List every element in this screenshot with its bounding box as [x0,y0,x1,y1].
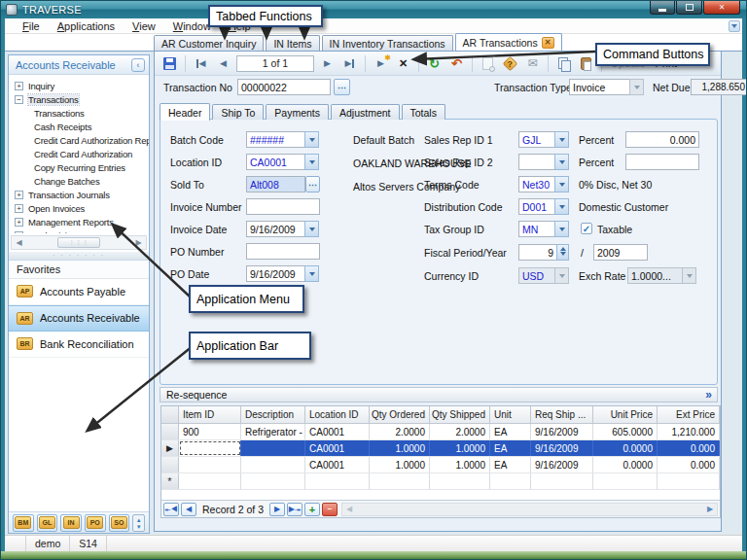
table-cell[interactable] [241,473,305,489]
scroll-right-icon[interactable]: ▶ [703,505,717,513]
form-tab[interactable]: Ship To [212,104,264,120]
po-date-picker[interactable]: 9/16/2009 [246,265,319,282]
tree-expand-icon[interactable]: + [15,218,23,227]
next-row-button[interactable]: ▶ [269,503,285,516]
location-id-select[interactable]: CA0001 [246,154,319,170]
form-tab[interactable]: Header [160,103,210,121]
sales-rep2-select[interactable] [518,154,569,170]
panel-splitter[interactable]: · · · · · · · [9,252,149,260]
table-cell[interactable] [370,473,430,489]
tree-expand-icon[interactable]: + [15,82,23,90]
table-cell[interactable]: 2.0000 [430,424,490,439]
save-button[interactable] [160,54,179,73]
table-cell[interactable]: 9/16/2009 [531,424,593,439]
application-bar-item[interactable]: BR Bank Reconciliation [9,332,149,358]
invoice-date-picker[interactable]: 9/16/2009 [246,221,319,237]
new-record-button[interactable]: ▶✱ [372,54,390,73]
minimize-button[interactable] [650,1,675,15]
email-button[interactable]: ✉ [523,54,542,73]
table-cell[interactable] [179,457,241,472]
menu-item[interactable]: File [15,19,48,33]
table-cell[interactable]: 0.0000 [593,457,658,472]
chevron-down-icon[interactable] [554,154,569,170]
row-selector[interactable] [161,424,179,439]
scroll-right-icon[interactable]: ▶ [131,238,146,247]
tab-close-icon[interactable]: ✕ [542,37,554,49]
table-cell[interactable]: 9/16/2009 [531,440,593,456]
table-cell[interactable] [179,473,241,489]
table-cell[interactable] [531,473,593,489]
fiscal-period-input[interactable]: 9 [518,244,556,261]
table-cell[interactable] [593,473,658,489]
chevron-down-icon[interactable] [554,131,569,148]
form-tab[interactable]: Adjustment [331,104,400,120]
tree-item[interactable]: Transactions [9,106,149,120]
select-all-cell[interactable] [161,406,179,423]
table-cell[interactable]: EA [490,424,531,439]
expand-section-icon[interactable]: » [705,388,711,402]
chevron-down-icon[interactable] [554,221,569,237]
transaction-no-lookup-button[interactable]: ⋯ [334,79,350,95]
copy-button[interactable] [554,54,573,73]
tree-item[interactable]: Copy Recurring Entries [9,160,149,174]
tax-group-select[interactable]: MN [518,221,569,237]
function-tab[interactable]: IN Items ✕ [266,35,319,51]
module-button[interactable]: BM [13,514,34,532]
last-record-button[interactable]: ▶ [340,54,359,73]
table-cell[interactable] [658,473,720,489]
table-row[interactable]: 900Refrigerator - ...CA00012.00002.0000E… [161,424,720,440]
table-row[interactable]: CA00011.00001.0000EA9/16/20090.00000.000 [161,457,720,473]
prev-record-button[interactable]: ◀ [214,54,232,73]
percent1-input[interactable]: 0.000 [625,131,699,148]
grid-column-header[interactable]: Unit Price [593,406,658,423]
print-preview-button[interactable] [479,54,497,73]
table-cell[interactable] [241,457,305,472]
chevron-down-icon[interactable] [304,131,319,148]
function-tab[interactable]: IN Inventory Transactions ✕ [322,35,453,51]
tree-item[interactable]: + Productivity Reports [9,228,149,233]
application-bar-item[interactable]: AR Accounts Receivable [9,305,149,332]
add-row-button[interactable]: + [304,503,320,516]
close-button[interactable]: ✕ [703,1,740,15]
grid-column-header[interactable]: Unit [490,406,531,423]
table-cell[interactable]: Refrigerator - ... [241,424,305,439]
sidebar-hscrollbar[interactable]: ◀ ⋮⋮⋮ ▶ [11,235,147,250]
tree-item[interactable]: + Inquiry [9,79,149,92]
resequence-bar[interactable]: Re-sequence » [160,387,718,402]
table-row[interactable]: ▶CA00011.00001.0000EA9/16/20090.00000.00… [161,440,720,457]
chevron-down-icon[interactable] [554,267,569,284]
row-selector[interactable] [161,457,179,472]
prev-row-button[interactable]: ◀ [181,503,196,516]
scroll-left-icon[interactable]: ◀ [12,238,26,247]
fiscal-year-input[interactable]: 2009 [593,244,648,261]
invoice-number-input[interactable] [246,198,320,215]
grid-column-header[interactable]: Ext Price [658,406,720,423]
chevron-down-icon[interactable] [554,198,569,215]
table-cell[interactable]: 1,210.000 [658,424,720,439]
row-selector[interactable]: ▶ [161,440,179,456]
chevron-down-icon[interactable] [682,267,696,284]
fiscal-period-spinner[interactable] [556,244,569,261]
table-cell[interactable]: CA0001 [305,457,370,472]
table-cell[interactable]: 1.0000 [430,457,490,472]
chevron-down-icon[interactable] [304,154,319,170]
delete-row-button[interactable]: − [322,503,338,516]
table-cell[interactable] [305,473,370,489]
table-cell[interactable]: 0.000 [658,457,720,472]
module-button[interactable]: GL [37,514,58,532]
tree-item[interactable]: Credit Card Authorization Report [9,133,149,147]
grid-column-header[interactable]: Qty Ordered [370,406,430,423]
collapse-panel-button[interactable]: ‹ [131,58,145,72]
transaction-type-select[interactable]: Invoice [569,79,644,95]
sales-rep1-select[interactable]: GJL [518,131,569,148]
table-cell[interactable] [179,440,241,456]
table-cell[interactable]: CA0001 [305,424,370,439]
percent2-input[interactable] [625,154,699,170]
tree-expand-icon[interactable]: + [15,204,23,213]
application-bar-item[interactable]: AP Accounts Payable [9,279,149,305]
po-number-input[interactable] [246,243,320,260]
chevron-down-icon[interactable] [304,221,319,237]
batch-code-select[interactable]: ###### [246,131,319,148]
menu-overflow-icon[interactable] [729,20,740,32]
delete-record-button[interactable]: ✕ [394,54,412,73]
